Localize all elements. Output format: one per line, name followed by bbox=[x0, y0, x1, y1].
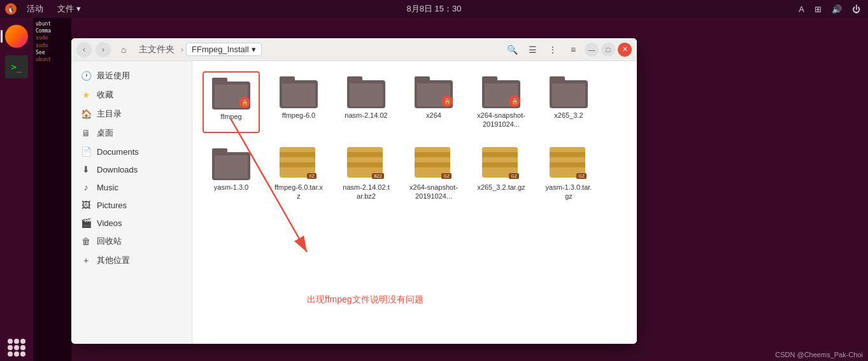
videos-icon: 🎬 bbox=[80, 218, 92, 228]
nav-forward-button[interactable]: › bbox=[96, 42, 111, 57]
content-area: 🕐 最近使用 ★ 收藏 🏠 主目录 🖥 桌面 📄 Documents ⬇ D bbox=[71, 61, 637, 344]
window-maximize-button[interactable]: □ bbox=[601, 43, 615, 57]
file-name-yasm-tar: yasm-1.3.0.tar.gz bbox=[544, 183, 594, 201]
watermark: CSDN @Cheems_Pak-Choi bbox=[775, 351, 863, 358]
lock-badge-ffmpeg: 🔒 bbox=[239, 97, 250, 108]
network-tray-icon[interactable]: ⊞ bbox=[812, 3, 824, 15]
sidebar-videos-label: Videos bbox=[97, 218, 122, 228]
file-name-ffmpeg: ffmpeg bbox=[220, 112, 241, 121]
dock: >_ bbox=[0, 18, 33, 361]
file-item-ffmpeg[interactable]: 🔒 ffmpeg bbox=[203, 71, 260, 133]
sidebar-item-home[interactable]: 🏠 主目录 bbox=[71, 104, 192, 124]
file-name-x264-snap-tar: x264-snapshot-20191024... bbox=[409, 183, 459, 201]
dock-item-apps[interactable] bbox=[3, 334, 30, 361]
sidebar-item-recent[interactable]: 🕐 最近使用 bbox=[71, 66, 192, 85]
file-item-x265-tar[interactable]: GZ x265_3.2.tar.gz bbox=[473, 143, 530, 205]
file-item-yasm-tar[interactable]: GZ yasm-1.3.0.tar.gz bbox=[540, 143, 597, 205]
sidebar-pictures-label: Pictures bbox=[97, 201, 127, 210]
nav-back-button[interactable]: ‹ bbox=[76, 42, 92, 57]
lock-badge-x264: 🔒 bbox=[441, 96, 453, 107]
breadcrumb-home[interactable]: 主文件夹 bbox=[135, 43, 178, 57]
file-item-x264[interactable]: 🔒 x264 bbox=[405, 71, 462, 133]
music-icon: ♪ bbox=[80, 182, 92, 192]
file-item-x264-snap-tar[interactable]: GZ x264-snapshot-20191024... bbox=[405, 143, 462, 205]
sidebar-downloads-label: Downloads bbox=[97, 165, 138, 174]
folder-icon-x264-snap: 🔒 bbox=[481, 75, 522, 108]
search-button[interactable]: 🔍 bbox=[503, 41, 521, 59]
sidebar-item-trash[interactable]: 🗑 回收站 bbox=[71, 232, 192, 251]
file-item-nasm-tar[interactable]: BZ2 nasm-2.14.02.tar.bz2 bbox=[338, 143, 395, 205]
star-icon: ★ bbox=[80, 90, 92, 100]
apps-grid-icon bbox=[5, 336, 28, 359]
file-manager-window: ‹ › ⌂ 主文件夹 › FFmpeg_Install ▾ 🔍 ☰ ⋮ ≡ — … bbox=[71, 38, 637, 344]
window-close-button[interactable]: ✕ bbox=[618, 43, 632, 57]
file-grid: 🔒 ffmpeg ffmpeg-6.0 bbox=[203, 71, 627, 204]
file-name-nasm-tar: nasm-2.14.02.tar.bz2 bbox=[341, 183, 391, 201]
home-breadcrumb-icon[interactable]: ⌂ bbox=[115, 41, 132, 59]
dock-item-terminal[interactable]: >_ bbox=[3, 53, 30, 80]
sidebar-desktop-label: 桌面 bbox=[97, 127, 113, 139]
system-tray: A ⊞ 🔊 ⏻ bbox=[796, 3, 863, 15]
annotation-text: 出现ffmpeg文件说明没有问题 bbox=[307, 294, 423, 306]
view-options-button[interactable]: ⋮ bbox=[544, 41, 562, 59]
file-menu[interactable]: 文件 ▾ bbox=[53, 2, 85, 16]
window-minimize-button[interactable]: — bbox=[585, 43, 599, 57]
lock-badge-x264-snap: 🔒 bbox=[509, 96, 520, 107]
file-name-x264-snap: x264-snapshot-20191024... bbox=[476, 111, 526, 129]
home-icon: 🏠 bbox=[80, 109, 92, 119]
sidebar-item-downloads[interactable]: ⬇ Downloads bbox=[71, 160, 192, 178]
archive-icon-x265: GZ bbox=[482, 147, 520, 180]
dock-item-firefox[interactable] bbox=[3, 23, 30, 50]
trash-icon: 🗑 bbox=[80, 236, 92, 246]
sidebar-item-desktop[interactable]: 🖥 桌面 bbox=[71, 124, 192, 143]
archive-icon-ffmpeg60: XZ bbox=[280, 147, 318, 180]
file-item-x265[interactable]: x265_3.2 bbox=[540, 71, 597, 133]
menu-button[interactable]: ≡ bbox=[564, 41, 582, 59]
sidebar-trash-label: 回收站 bbox=[97, 236, 122, 247]
file-item-yasm[interactable]: yasm-1.3.0 bbox=[203, 143, 260, 205]
archive-icon-yasm: GZ bbox=[550, 147, 588, 180]
font-tray-icon[interactable]: A bbox=[796, 3, 807, 15]
file-item-nasm[interactable]: nasm-2.14.02 bbox=[338, 71, 395, 133]
sidebar-item-favorites[interactable]: ★ 收藏 bbox=[71, 85, 192, 104]
archive-icon-nasm: BZ2 bbox=[347, 147, 385, 180]
datetime-display: 8月8日 15：30 bbox=[407, 3, 462, 15]
title-bar: ‹ › ⌂ 主文件夹 › FFmpeg_Install ▾ 🔍 ☰ ⋮ ≡ — … bbox=[71, 38, 637, 61]
folder-icon-yasm bbox=[211, 147, 252, 180]
sidebar-item-videos[interactable]: 🎬 Videos bbox=[71, 214, 192, 232]
sidebar-favorites-label: 收藏 bbox=[97, 89, 113, 101]
folder-icon-x264: 🔒 bbox=[413, 75, 454, 108]
sidebar-recent-label: 最近使用 bbox=[97, 70, 130, 81]
ubuntu-icon: 🐧 bbox=[5, 3, 17, 15]
sidebar-home-label: 主目录 bbox=[97, 108, 122, 120]
top-bar: 🐧 活动 文件 ▾ 8月8日 15：30 A ⊞ 🔊 ⏻ bbox=[0, 0, 868, 18]
file-name-nasm: nasm-2.14.02 bbox=[345, 111, 387, 120]
sidebar-item-documents[interactable]: 📄 Documents bbox=[71, 143, 192, 160]
activities-menu[interactable]: 活动 bbox=[23, 2, 47, 16]
sidebar-item-pictures[interactable]: 🖼 Pictures bbox=[71, 196, 192, 214]
sidebar-documents-label: Documents bbox=[97, 147, 139, 157]
view-list-button[interactable]: ☰ bbox=[523, 41, 541, 59]
title-bar-left: ‹ › bbox=[76, 42, 111, 57]
top-bar-left: 🐧 活动 文件 ▾ bbox=[5, 2, 85, 16]
title-bar-right: 🔍 ☰ ⋮ ≡ — □ ✕ bbox=[503, 41, 632, 59]
file-name-yasm: yasm-1.3.0 bbox=[214, 183, 248, 192]
sidebar-nav: 🕐 最近使用 ★ 收藏 🏠 主目录 🖥 桌面 📄 Documents ⬇ D bbox=[71, 61, 192, 344]
folder-icon-ffmpeg60 bbox=[278, 75, 319, 108]
plus-icon: + bbox=[80, 255, 92, 265]
file-item-ffmpeg60-tar[interactable]: XZ ffmpeg-6.0.tar.xz bbox=[270, 143, 327, 205]
downloads-icon: ⬇ bbox=[80, 164, 92, 174]
file-name-x265: x265_3.2 bbox=[554, 111, 583, 120]
file-item-ffmpeg60[interactable]: ffmpeg-6.0 bbox=[270, 71, 327, 133]
breadcrumb-separator: › bbox=[181, 45, 183, 54]
chevron-down-icon: ▾ bbox=[252, 45, 256, 54]
terminal-text: ubunt Comma sudo sudo See ubunt bbox=[33, 18, 71, 66]
archive-icon-x264-snap: GZ bbox=[415, 147, 453, 180]
file-name-x264: x264 bbox=[426, 111, 441, 120]
power-tray-icon[interactable]: ⏻ bbox=[850, 3, 863, 15]
sidebar-item-music[interactable]: ♪ Music bbox=[71, 178, 192, 196]
breadcrumb-current-folder[interactable]: FFmpeg_Install ▾ bbox=[186, 43, 262, 56]
volume-tray-icon[interactable]: 🔊 bbox=[829, 3, 844, 15]
file-item-x264-snap[interactable]: 🔒 x264-snapshot-20191024... bbox=[473, 71, 530, 133]
sidebar-item-other[interactable]: + 其他位置 bbox=[71, 251, 192, 270]
